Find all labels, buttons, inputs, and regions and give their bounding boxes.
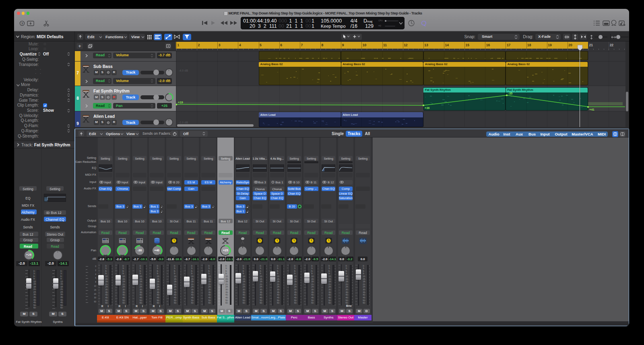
svg-text:?: ?: [21, 22, 23, 26]
